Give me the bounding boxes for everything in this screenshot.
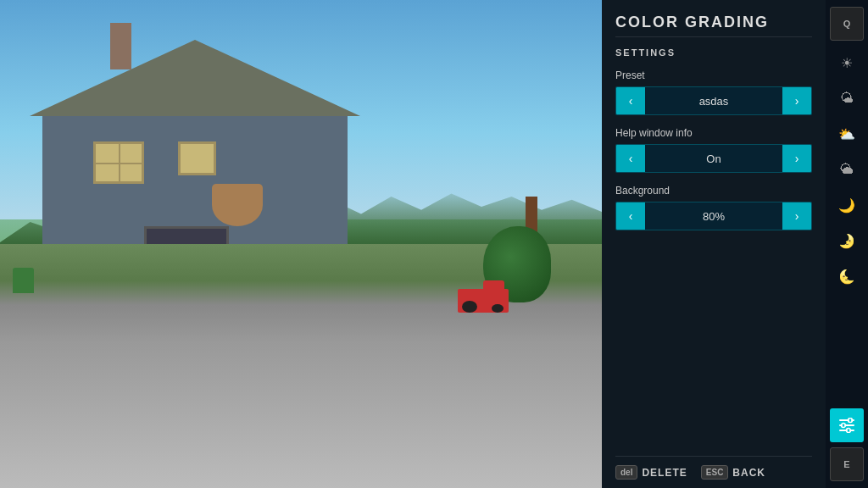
background-group: Background ‹ 80% › <box>615 185 812 230</box>
back-action[interactable]: ESC BACK <box>701 465 765 480</box>
delete-action[interactable]: del DELETE <box>615 465 687 480</box>
background-prev-button[interactable]: ‹ <box>616 202 645 230</box>
preset-value: asdas <box>645 95 782 108</box>
help-window-group: Help window info ‹ On › <box>615 127 812 173</box>
preset-prev-button[interactable]: ‹ <box>616 86 645 115</box>
preset-next-button[interactable]: › <box>782 86 811 115</box>
delete-label: DELETE <box>642 467 687 479</box>
svg-point-8 <box>847 429 851 433</box>
background-label: Background <box>615 185 812 197</box>
preset-label: Preset <box>615 69 812 81</box>
side-icons-strip: Q ☀ 🌤 ⛅ 🌥 🌙 🌛 🌜 E <box>826 0 868 488</box>
moon-2-icon[interactable]: 🌛 <box>830 224 864 258</box>
panel-title: COLOR GRADING <box>615 14 812 37</box>
sliders-icon[interactable] <box>830 408 864 442</box>
help-next-button[interactable]: › <box>782 144 811 173</box>
sun-full-icon[interactable]: ☀ <box>830 46 864 80</box>
panel-content: COLOR GRADING SETTINGS Preset ‹ asdas › … <box>602 0 826 488</box>
help-prev-button[interactable]: ‹ <box>616 144 645 173</box>
moon-3-icon[interactable]: 🌜 <box>830 259 864 293</box>
preset-group: Preset ‹ asdas › <box>615 69 812 115</box>
svg-point-2 <box>849 419 853 423</box>
sun-cloud-1-icon[interactable]: 🌤 <box>830 81 864 115</box>
background-next-button[interactable]: › <box>782 202 811 230</box>
background-row: ‹ 80% › <box>615 202 812 230</box>
help-window-value: On <box>645 152 782 165</box>
e-button[interactable]: E <box>830 447 864 481</box>
settings-panel: COLOR GRADING SETTINGS Preset ‹ asdas › … <box>602 0 868 488</box>
bottom-bar: del DELETE ESC BACK <box>615 456 812 480</box>
back-key: ESC <box>701 465 729 480</box>
close-button[interactable]: Q <box>830 7 864 41</box>
background-value: 80% <box>645 210 782 223</box>
svg-point-5 <box>842 424 846 428</box>
settings-section-label: SETTINGS <box>615 47 812 58</box>
preset-row: ‹ asdas › <box>615 86 812 115</box>
moon-1-icon[interactable]: 🌙 <box>830 188 864 222</box>
help-window-label: Help window info <box>615 127 812 139</box>
sun-cloud-2-icon[interactable]: ⛅ <box>830 117 864 151</box>
back-label: BACK <box>732 467 765 479</box>
game-background <box>0 0 602 488</box>
help-window-row: ‹ On › <box>615 144 812 173</box>
delete-key: del <box>615 465 637 480</box>
sun-cloud-3-icon[interactable]: 🌥 <box>830 152 864 186</box>
